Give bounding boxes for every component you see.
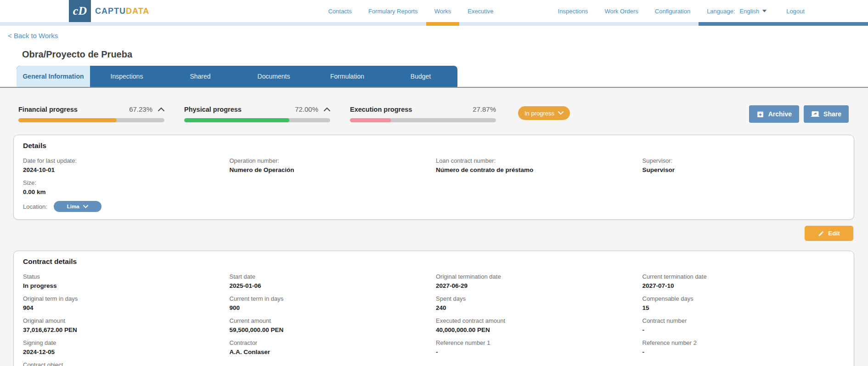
tab[interactable]: Inspections bbox=[90, 66, 163, 87]
archive-icon bbox=[756, 110, 764, 118]
tab[interactable]: Shared bbox=[163, 66, 237, 87]
chevron-down-icon bbox=[762, 9, 767, 13]
progress-bar bbox=[350, 118, 496, 122]
progress-group: Physical progress 72.00% bbox=[184, 105, 330, 122]
location-value: Lima bbox=[67, 204, 79, 209]
details-card-title: Details bbox=[23, 142, 845, 150]
nav-item[interactable]: Executive bbox=[459, 0, 502, 22]
tab-label: Formulation bbox=[330, 73, 364, 80]
edit-button[interactable]: Edit bbox=[805, 226, 853, 241]
nav-group-left: Contacts Formulary Reports Works Executi… bbox=[320, 0, 502, 22]
field-value: Supervisor bbox=[643, 166, 845, 173]
share-button[interactable]: Share bbox=[804, 105, 849, 123]
field-label: Current amount bbox=[230, 317, 432, 324]
brand-accent: DATA bbox=[126, 6, 149, 16]
collapse-caret-icon[interactable] bbox=[324, 107, 330, 111]
nav-item[interactable]: Configuration bbox=[647, 0, 699, 22]
field-label: Current term in days bbox=[230, 295, 432, 302]
field-value: 15 bbox=[643, 304, 845, 311]
nav-item[interactable]: Contacts bbox=[320, 0, 360, 22]
nav-item-label: Formulary Reports bbox=[368, 8, 418, 15]
language-label: Language: bbox=[707, 8, 735, 15]
field-value: 904 bbox=[23, 304, 225, 311]
field-value: - bbox=[643, 326, 845, 333]
progress-value: 27.87% bbox=[473, 105, 496, 113]
contract-field: Compensable days 15 bbox=[638, 295, 845, 311]
chevron-down-icon bbox=[83, 205, 88, 208]
progress-groups: Financial progress 67.23% Physical progr… bbox=[18, 105, 516, 122]
page-head: < Back to Works Obra/Proyecto de Prueba … bbox=[0, 26, 868, 88]
field-label: Contract number bbox=[643, 317, 845, 324]
field-label: Contract object bbox=[23, 361, 225, 366]
field-label: Reference number 2 bbox=[643, 339, 845, 346]
field-label: Status bbox=[23, 273, 225, 280]
contract-fields: Status In progress Start date 2025-01-06… bbox=[19, 273, 845, 366]
tabbar-row: General Information Inspections Shared D… bbox=[0, 66, 868, 88]
progress-bar-fill bbox=[18, 118, 117, 122]
field-value: In progress bbox=[23, 282, 225, 289]
nav-item-label: Inspections bbox=[558, 8, 588, 15]
tab[interactable]: Budget bbox=[384, 66, 457, 87]
nav-item[interactable]: Works bbox=[426, 0, 460, 22]
field-label: Original term in days bbox=[23, 295, 225, 302]
nav-item[interactable]: Formulary Reports bbox=[360, 0, 426, 22]
chevron-down-icon bbox=[558, 111, 564, 115]
field-value: - bbox=[436, 349, 638, 355]
tab[interactable]: General Information bbox=[17, 66, 90, 87]
contract-field: Current term in days 900 bbox=[225, 295, 432, 311]
main-nav: Contacts Formulary Reports Works Executi… bbox=[320, 0, 868, 22]
tab[interactable]: Formulation bbox=[310, 66, 384, 87]
progress-bar-fill bbox=[350, 118, 391, 122]
field-value: Número de contrato de préstamo bbox=[436, 166, 638, 173]
tab-label: Inspections bbox=[111, 73, 143, 80]
share-button-label: Share bbox=[823, 110, 841, 118]
brand-name: CAPTUDATA bbox=[95, 6, 149, 16]
field-value: 37,016,672.00 PEN bbox=[23, 326, 225, 333]
contract-field: Signing date 2024-12-05 bbox=[19, 339, 225, 355]
tab[interactable]: Documents bbox=[237, 66, 310, 87]
language-value: English bbox=[740, 8, 760, 15]
tab-label: Documents bbox=[258, 73, 290, 80]
share-icon bbox=[811, 110, 819, 118]
contract-field: Status In progress bbox=[19, 273, 225, 289]
field-label: Supervisor: bbox=[643, 157, 845, 164]
pencil-icon bbox=[818, 230, 824, 237]
field-value: 900 bbox=[230, 304, 432, 311]
progress-label: Financial progress bbox=[18, 106, 78, 113]
contract-field: Contractor A.A. Conlaser bbox=[225, 339, 432, 355]
contract-field: Reference number 1 - bbox=[432, 339, 638, 355]
nav-item[interactable]: Work Orders bbox=[596, 0, 646, 22]
status-badge-dropdown[interactable]: In progress bbox=[518, 106, 570, 120]
tab-label: General Information bbox=[23, 73, 84, 80]
contract-field: Original termination date 2027-06-29 bbox=[432, 273, 638, 289]
contract-field: Original term in days 904 bbox=[19, 295, 225, 311]
edit-row: Edit bbox=[0, 226, 853, 241]
field-label: Spent days bbox=[436, 295, 638, 302]
brand-primary: CAPTU bbox=[95, 6, 126, 16]
field-value: 40,000,000.00 PEN bbox=[436, 326, 638, 333]
field-value: 2027-06-29 bbox=[436, 282, 638, 289]
field-label: Compensable days bbox=[643, 295, 845, 302]
logout-button[interactable]: Logout bbox=[786, 8, 805, 15]
contract-field: Contract object bbox=[19, 361, 225, 366]
app-logo[interactable]: cD CAPTUDATA bbox=[69, 0, 149, 22]
location-dropdown[interactable]: Lima bbox=[54, 201, 101, 212]
tab-label: Budget bbox=[411, 73, 431, 80]
progress-bar-fill bbox=[184, 118, 289, 122]
archive-button[interactable]: Archive bbox=[749, 105, 799, 123]
detail-field: Operation number: Numero de Operación bbox=[225, 157, 432, 173]
contract-field: Executed contract amount 40,000,000.00 P… bbox=[432, 317, 638, 333]
nav-item[interactable]: Inspections bbox=[550, 0, 597, 22]
collapse-caret-icon[interactable] bbox=[158, 107, 164, 111]
progress-bar bbox=[18, 118, 164, 122]
field-value: A.A. Conlaser bbox=[230, 349, 432, 355]
progress-label: Physical progress bbox=[184, 106, 242, 113]
field-label: Contractor bbox=[230, 339, 432, 346]
detail-field: Supervisor: Supervisor bbox=[638, 157, 845, 173]
app-header: cD CAPTUDATA Contacts Formulary Reports bbox=[0, 0, 868, 26]
back-to-works-link[interactable]: < Back to Works bbox=[8, 32, 58, 40]
language-selector[interactable]: English bbox=[740, 8, 767, 15]
detail-field: Size: 0.00 km bbox=[19, 179, 225, 195]
tabbar: General Information Inspections Shared D… bbox=[17, 66, 457, 87]
contract-details-card: Contract details Status In progress Star… bbox=[13, 251, 854, 366]
